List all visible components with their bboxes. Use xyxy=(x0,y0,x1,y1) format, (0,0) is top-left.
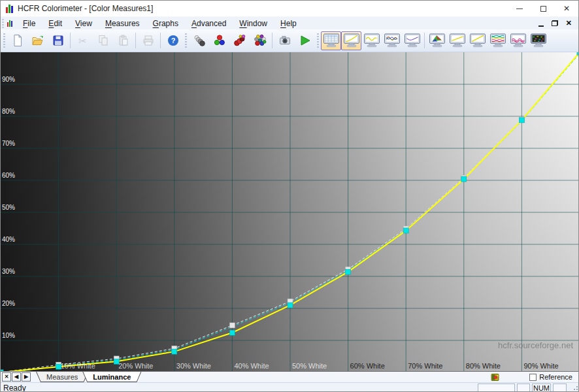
menu-measures[interactable]: Measures xyxy=(99,18,146,29)
title-bar: HCFR Colorimeter - [Color Measures1] ✕ xyxy=(1,1,578,16)
svg-text:?: ? xyxy=(171,37,175,44)
secondary-spheres-icon xyxy=(233,34,246,47)
rgb-measure-button[interactable] xyxy=(209,31,229,50)
menu-help[interactable]: Help xyxy=(274,18,303,29)
tab-scroll-right-button[interactable]: ▶ xyxy=(22,372,31,382)
menu-window[interactable]: Window xyxy=(233,18,274,29)
view-tracking-button[interactable] xyxy=(508,31,528,50)
svg-text:80%: 80% xyxy=(2,108,15,115)
paste-button[interactable] xyxy=(113,31,133,50)
svg-text:90% White: 90% White xyxy=(523,362,558,370)
snapshot-button[interactable] xyxy=(274,31,295,50)
view-rgb-histogram-button[interactable] xyxy=(382,31,402,50)
view-grid-button[interactable] xyxy=(321,31,341,50)
gamma-curve-monitor-icon xyxy=(343,33,360,48)
tab-luminance[interactable]: Luminance xyxy=(82,372,141,382)
new-document-icon xyxy=(11,34,24,47)
svg-text:30% White: 30% White xyxy=(176,362,211,370)
scissors-icon: ✂ xyxy=(78,36,87,46)
svg-text:30%: 30% xyxy=(2,268,15,275)
view-dark-button[interactable] xyxy=(528,31,548,50)
menu-graphs[interactable]: Graphs xyxy=(146,18,185,29)
cut-button[interactable]: ✂ xyxy=(73,31,93,50)
copy-icon xyxy=(97,34,110,47)
view-luminance-button[interactable] xyxy=(447,31,467,50)
rgb-balls-icon xyxy=(213,34,226,47)
status-pane xyxy=(517,384,530,392)
toolbar-separator xyxy=(70,33,71,48)
camera-icon xyxy=(278,34,291,47)
status-pane xyxy=(553,384,567,392)
save-floppy-icon xyxy=(52,34,65,47)
view-colortemp-button[interactable] xyxy=(402,31,422,50)
mdi-minimize-icon[interactable] xyxy=(538,25,544,27)
tab-strip: ✕ ◀ ▶ Measures Luminance Reference xyxy=(1,371,578,382)
menu-advanced[interactable]: Advanced xyxy=(185,18,233,29)
menu-file[interactable]: File xyxy=(16,18,42,29)
copy-button[interactable] xyxy=(93,31,113,50)
view-histogram-button[interactable] xyxy=(361,31,382,50)
print-button[interactable] xyxy=(138,31,158,50)
status-bar: Ready NUM xyxy=(1,382,578,392)
tab-scroll-left-button[interactable]: ◀ xyxy=(12,372,21,382)
measures-grid-monitor-icon xyxy=(323,33,340,48)
status-message: Ready xyxy=(3,384,26,392)
toolbar-separator xyxy=(135,33,136,48)
tab-luminance-label: Luminance xyxy=(93,373,131,381)
new-button[interactable] xyxy=(7,31,27,50)
grayscale-spheres-icon xyxy=(193,34,206,47)
svg-text:70% White: 70% White xyxy=(408,362,442,370)
maximize-button[interactable] xyxy=(531,1,555,16)
menu-view[interactable]: View xyxy=(69,18,99,29)
view-gamma2-button[interactable] xyxy=(467,31,488,50)
svg-text:50% White: 50% White xyxy=(292,362,327,370)
all-measures-button[interactable] xyxy=(250,31,270,50)
view-gamma-button[interactable] xyxy=(341,31,361,50)
svg-text:60%: 60% xyxy=(2,172,15,179)
minimize-button[interactable] xyxy=(508,1,531,16)
app-window: HCFR Colorimeter - [Color Measures1] ✕ F… xyxy=(0,0,579,392)
steep-line-monitor-icon xyxy=(469,33,486,48)
menu-edit[interactable]: Edit xyxy=(42,18,69,29)
svg-text:hcfr.sourceforge.net: hcfr.sourceforge.net xyxy=(498,340,573,350)
mdi-close-icon[interactable]: ✕ xyxy=(566,20,572,27)
view-rgb-levels-button[interactable] xyxy=(488,31,508,50)
svg-text:10% White: 10% White xyxy=(61,362,95,370)
save-button[interactable] xyxy=(48,31,68,50)
toolbar-separator xyxy=(160,33,161,48)
resize-grip[interactable] xyxy=(570,385,578,392)
run-measures-button[interactable] xyxy=(295,31,315,50)
toolbar-grip[interactable] xyxy=(185,33,187,48)
reference-checkbox[interactable] xyxy=(529,374,537,381)
document-icon[interactable] xyxy=(7,20,12,27)
tab-close-button[interactable]: ✕ xyxy=(2,372,11,382)
svg-text:20%: 20% xyxy=(2,300,15,307)
luminance-line-monitor-icon xyxy=(449,33,466,48)
tab-measures-label: Measures xyxy=(46,373,78,381)
measure-indicator-icon xyxy=(491,373,499,382)
svg-text:90%: 90% xyxy=(2,76,15,83)
svg-text:80% White: 80% White xyxy=(466,362,501,370)
grayscale-measure-button[interactable] xyxy=(189,31,209,50)
close-button[interactable]: ✕ xyxy=(555,1,578,16)
menubar-grip[interactable] xyxy=(2,19,4,28)
status-pane xyxy=(478,384,515,392)
luminance-chart-area: hcfr.sourceforge.net10%20%30%40%50%60%70… xyxy=(1,52,578,371)
toolbar-grip[interactable] xyxy=(317,33,319,48)
luminance-chart-svg: hcfr.sourceforge.net10%20%30%40%50%60%70… xyxy=(1,52,578,371)
svg-text:10%: 10% xyxy=(2,332,15,339)
view-cie-button[interactable] xyxy=(427,31,447,50)
secondaries-measure-button[interactable] xyxy=(229,31,250,50)
color-cluster-icon xyxy=(254,34,267,47)
reference-checkbox-label: Reference xyxy=(539,373,572,381)
toolbar-grip[interactable] xyxy=(3,33,5,48)
help-button[interactable]: ? xyxy=(163,31,183,50)
mdi-restore-icon[interactable] xyxy=(552,20,558,26)
tab-measures[interactable]: Measures xyxy=(36,372,88,382)
play-icon xyxy=(299,34,312,47)
minimize-icon xyxy=(516,8,523,9)
toolbar-separator xyxy=(272,33,273,48)
open-button[interactable] xyxy=(27,31,48,50)
maximize-icon xyxy=(540,6,546,12)
temperature-curve-monitor-icon xyxy=(404,33,421,48)
